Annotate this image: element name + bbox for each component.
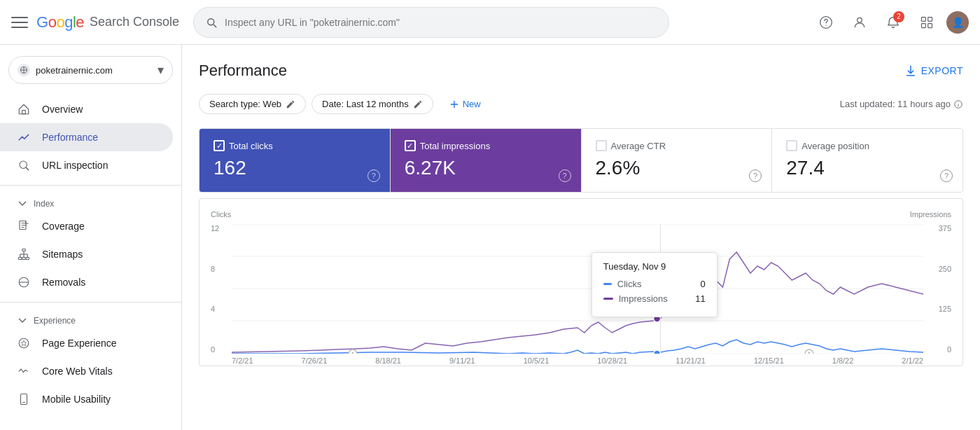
y-right-250: 250: [923, 265, 951, 273]
index-section[interactable]: Index: [0, 191, 181, 212]
app-header: Google Search Console: [0, 0, 980, 45]
main-content: Performance EXPORT Search type: Web Date…: [182, 45, 980, 430]
clicks-line-indicator: [603, 283, 612, 285]
ctr-checkbox[interactable]: [596, 140, 607, 151]
svg-point-22: [19, 338, 29, 348]
collapse-icon-2: [17, 315, 28, 326]
metric-card-impressions[interactable]: Total impressions 6.27K ?: [391, 129, 582, 192]
x-label-1: 7/26/21: [302, 356, 328, 365]
x-label-6: 11/21/21: [676, 356, 706, 365]
app-name: Search Console: [90, 15, 179, 29]
notifications-button[interactable]: 2: [879, 8, 907, 36]
svg-point-2: [858, 18, 862, 22]
impressions-label: Total impressions: [420, 141, 490, 151]
search-bar[interactable]: [193, 7, 669, 38]
sidebar: poketrainernic.com ▾ Overview Performanc…: [0, 45, 182, 430]
add-filter-label: New: [463, 99, 481, 109]
search-type-filter[interactable]: Search type: Web: [199, 94, 306, 114]
experience-section[interactable]: Experience: [0, 308, 181, 329]
date-label: Date: Last 12 months: [322, 99, 409, 109]
chart-icon: [17, 130, 31, 144]
svg-rect-24: [21, 394, 27, 405]
impressions-help-icon[interactable]: ?: [559, 169, 571, 182]
help-button[interactable]: [812, 8, 840, 36]
apps-button[interactable]: [913, 8, 941, 36]
ctr-help-icon[interactable]: ?: [749, 169, 762, 182]
sidebar-item-overview[interactable]: Overview: [0, 95, 173, 123]
y-axis-right-label: Impressions: [910, 210, 951, 219]
sidebar-item-removals[interactable]: Removals: [0, 268, 173, 296]
clicks-label: Total clicks: [229, 141, 273, 151]
export-label: EXPORT: [921, 65, 963, 76]
metric-card-position[interactable]: Average position 27.4 ?: [772, 129, 962, 192]
nav-divider-1: [0, 185, 181, 186]
ctr-label: Average CTR: [611, 141, 666, 151]
tooltip-impressions-row: Impressions 11: [603, 293, 706, 304]
impressions-line-indicator: [603, 298, 613, 300]
sidebar-label-url-inspection: URL inspection: [42, 160, 108, 171]
svg-text:1: 1: [808, 351, 811, 354]
metric-card-ctr[interactable]: Average CTR 2.6% ?: [582, 129, 773, 192]
sidebar-label-performance: Performance: [42, 132, 98, 143]
index-section-label: Index: [34, 199, 54, 209]
tooltip-impressions-value: 11: [695, 293, 705, 304]
clicks-checkbox[interactable]: [214, 140, 225, 151]
sidebar-item-coverage[interactable]: Coverage: [0, 212, 173, 240]
clicks-value: 162: [214, 157, 376, 179]
share-button[interactable]: [846, 8, 874, 36]
hamburger-menu[interactable]: [11, 14, 28, 31]
page-title: Performance: [199, 62, 287, 80]
date-filter[interactable]: Date: Last 12 months: [312, 94, 433, 114]
notification-badge: 2: [893, 11, 904, 22]
plus-icon: [449, 99, 460, 110]
svg-rect-14: [26, 258, 29, 260]
sidebar-item-url-inspection[interactable]: URL inspection: [0, 151, 173, 179]
impressions-checkbox[interactable]: [405, 140, 416, 151]
sidebar-label-coverage: Coverage: [42, 221, 85, 232]
search-input[interactable]: [225, 17, 657, 28]
x-label-7: 12/15/21: [754, 356, 784, 365]
add-filter-button[interactable]: New: [439, 95, 491, 114]
svg-rect-13: [22, 258, 26, 260]
sidebar-item-performance[interactable]: Performance: [0, 123, 173, 151]
filter-bar: Search type: Web Date: Last 12 months Ne…: [199, 94, 963, 114]
main-layout: poketrainernic.com ▾ Overview Performanc…: [0, 45, 980, 430]
site-selector[interactable]: poketrainernic.com ▾: [8, 56, 173, 84]
star-icon: [17, 336, 31, 350]
info-icon: [953, 99, 963, 109]
edit-icon-2: [413, 99, 423, 109]
export-button[interactable]: EXPORT: [904, 64, 963, 77]
chevron-down-icon: ▾: [158, 62, 164, 78]
position-checkbox[interactable]: [786, 140, 797, 151]
last-updated: Last updated: 11 hours ago: [840, 99, 963, 109]
svg-rect-5: [922, 23, 926, 27]
svg-rect-4: [928, 17, 932, 21]
y-right-375: 375: [923, 224, 951, 233]
metric-card-clicks[interactable]: Total clicks 162 ?: [200, 129, 391, 192]
sidebar-item-page-experience[interactable]: Page Experience: [0, 329, 173, 357]
chart-container: Clicks Impressions 12 8 4 0: [199, 198, 963, 366]
avatar[interactable]: 👤: [946, 11, 969, 34]
sidebar-item-mobile-usability[interactable]: Mobile Usability: [0, 385, 173, 413]
svg-text:1: 1: [351, 351, 355, 354]
sidebar-item-core-web-vitals[interactable]: Core Web Vitals: [0, 357, 173, 385]
clicks-help-icon[interactable]: ?: [368, 169, 380, 182]
doc-icon: [17, 219, 31, 233]
experience-section-label: Experience: [34, 316, 76, 326]
x-label-5: 10/28/21: [597, 356, 627, 365]
grid-icon: [920, 15, 934, 29]
page-header: Performance EXPORT: [199, 62, 963, 80]
tooltip-date: Tuesday, Nov 9: [603, 261, 706, 272]
svg-rect-12: [19, 258, 22, 260]
y-left-4: 4: [211, 305, 232, 313]
x-label-4: 10/5/21: [524, 356, 550, 365]
svg-point-1: [825, 25, 826, 25]
sidebar-item-sitemaps[interactable]: Sitemaps: [0, 240, 173, 268]
position-help-icon[interactable]: ?: [940, 169, 953, 182]
tooltip-clicks-row: Clicks 0: [603, 279, 706, 289]
tooltip-clicks-value: 0: [701, 279, 706, 289]
mobile-icon: [17, 392, 31, 406]
download-icon: [904, 64, 917, 77]
removals-icon: [17, 275, 31, 289]
clicks-dot: [654, 350, 661, 354]
